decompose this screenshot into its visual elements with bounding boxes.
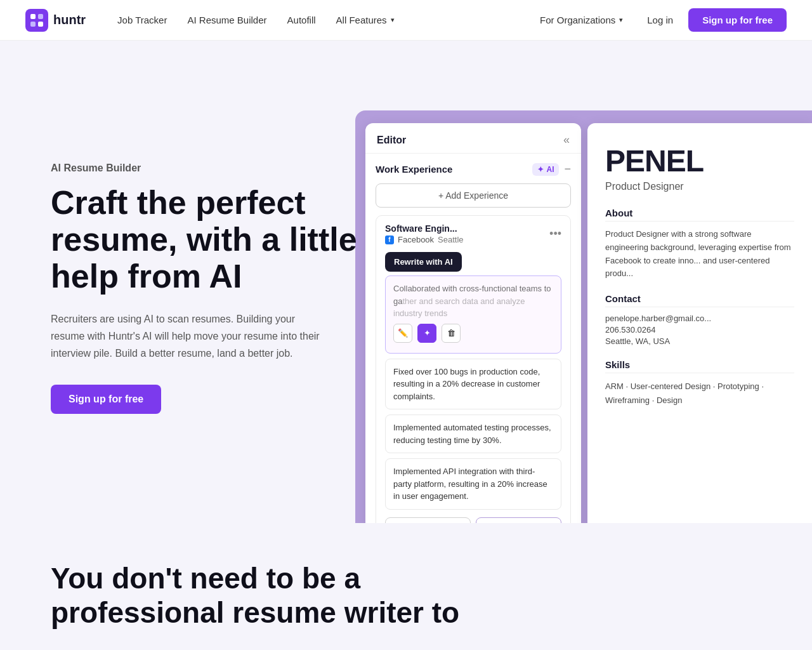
edit-ai-button[interactable]: ✦ [417,324,436,343]
editor-header: Editor « [365,123,581,154]
bullet-item: Fixed over 100 bugs in production code, … [385,359,561,410]
svg-rect-3 [30,22,36,27]
bullet-text: Implemented API integration with third-p… [393,467,547,501]
edit-delete-button[interactable]: 🗑 [442,324,461,343]
job-company-row: f Facebook Seattle [385,235,464,244]
bullet-item: Implemented API integration with third-p… [385,458,561,510]
signup-button[interactable]: Sign up for free [688,8,787,32]
hero-section: AI Resume Builder Craft the perfect resu… [0,41,812,523]
bullet-item: Implemented automated testing processes,… [385,415,561,453]
job-company: Facebook [398,235,434,244]
job-title-row: Software Engin... f Facebook Seattle [385,223,464,244]
svg-rect-1 [30,14,36,19]
hero-left: AI Resume Builder Craft the perfect resu… [51,162,381,414]
nav-links: Job Tracker AI Resume Builder Autofill A… [108,10,531,30]
resume-about-text: Product Designer with a strong software … [605,228,794,281]
resume-contact-title: Contact [605,293,794,307]
bottom-section: You don't need to be a professional resu… [0,523,812,650]
sparkle-icon: ✦ [537,165,544,174]
huntr-logo-icon [25,9,48,32]
bullet-item: Collaborated with cross-functional teams… [385,275,561,354]
svg-rect-0 [25,9,48,32]
resume-phone: 206.530.0264 [605,325,794,335]
we-title: Work Experience [376,164,452,175]
job-card: Software Engin... f Facebook Seattle ••• [376,215,571,523]
chevron-down-icon: ▾ [619,16,623,24]
editor-title: Editor [377,135,406,146]
hero-right: Editor « Work Experience ✦ AI − [355,110,812,523]
resume-skills-title: Skills [605,359,794,373]
collapse-icon[interactable]: « [563,133,570,147]
nav-all-features[interactable]: All Features ▾ [327,10,403,30]
job-location: Seattle [438,235,463,244]
bullet-text: Fixed over 100 bugs in production code, … [393,367,540,401]
nav-autofill[interactable]: Autofill [278,10,325,30]
resume-preview-panel: PENEL Product Designer About Product Des… [587,123,812,523]
ai-suggestions-button[interactable]: ✦ AI Suggestions [476,517,561,524]
we-actions: ✦ AI − [532,162,571,176]
nav-job-tracker[interactable]: Job Tracker [108,10,176,30]
screenshot-wrapper: Editor « Work Experience ✦ AI − [355,110,812,523]
nav-right: For Organizations ▾ Log in Sign up for f… [531,8,787,32]
bullet-text: Collaborated with cross-functional teams… [393,284,551,318]
logo-text: huntr [53,13,86,27]
card-bottom: + Achievement ✦ AI Suggestions [385,517,561,524]
hero-cta-button[interactable]: Sign up for free [51,385,161,414]
resume-location: Seattle, WA, USA [605,336,794,346]
resume-email: penelope.harber@gmail.co... [605,314,794,323]
hero-subtext: Recruiters are using AI to scan resumes.… [51,310,330,362]
bottom-heading: You don't need to be a professional resu… [51,561,495,630]
nav-login[interactable]: Log in [637,10,683,30]
logo-link[interactable]: huntr [25,9,86,32]
resume-name: PENEL [605,143,794,178]
job-menu-icon[interactable]: ••• [549,227,561,241]
we-header: Work Experience ✦ AI − [376,154,571,183]
svg-rect-4 [38,22,43,27]
edit-toolbar: ✏️ ✦ 🗑 [393,324,553,343]
hero-tag: AI Resume Builder [51,162,381,174]
nav-for-organizations[interactable]: For Organizations ▾ [531,10,632,30]
svg-rect-2 [38,14,43,19]
rewrite-popup: Rewrite with AI [385,252,462,272]
add-achievement-button[interactable]: + Achievement [385,517,471,524]
add-experience-button[interactable]: + Add Experience [376,183,571,208]
navbar: huntr Job Tracker AI Resume Builder Auto… [0,0,812,41]
nav-ai-resume-builder[interactable]: AI Resume Builder [178,10,275,30]
editor-panel: Editor « Work Experience ✦ AI − [365,123,581,523]
resume-about-title: About [605,208,794,222]
job-card-header: Software Engin... f Facebook Seattle ••• [385,223,561,244]
ai-badge[interactable]: ✦ AI [532,163,559,176]
hero-heading: Craft the perfect resume, with a little … [51,184,381,295]
job-title: Software Engin... [385,223,464,234]
chevron-down-icon: ▾ [391,16,395,24]
bullet-text: Implemented automated testing processes,… [393,423,551,445]
edit-pen-button[interactable]: ✏️ [393,324,412,343]
we-collapse-icon[interactable]: − [564,162,571,176]
work-experience-section: Work Experience ✦ AI − + Add Experience [365,154,581,523]
resume-skills-text: ARM · User-centered Design · Prototyping… [605,380,794,408]
facebook-icon: f [385,235,394,244]
resume-job-title: Product Designer [605,181,794,192]
